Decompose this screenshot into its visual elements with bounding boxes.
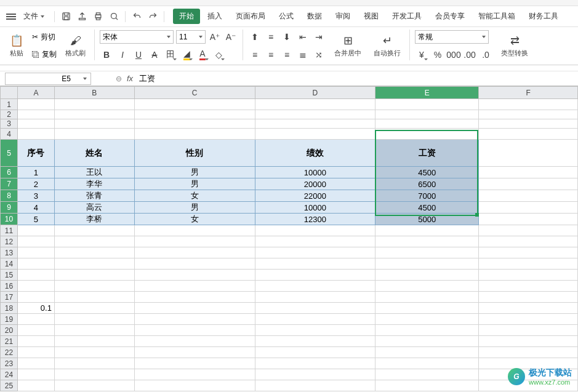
font-size-select[interactable]: 11	[176, 30, 206, 44]
cell[interactable]	[134, 292, 255, 303]
cell[interactable]	[375, 336, 479, 347]
type-convert-button[interactable]: ⇄ 类型转换	[499, 33, 531, 59]
cell[interactable]	[479, 325, 578, 336]
tab-review[interactable]: 审阅	[329, 9, 356, 24]
row-header-1[interactable]: 1	[1, 99, 18, 110]
tab-finance[interactable]: 财务工具	[523, 9, 564, 24]
increase-decimal-button[interactable]: .00	[463, 48, 476, 62]
fx-icon[interactable]: fx	[127, 74, 133, 83]
row-header-5[interactable]: 5	[1, 140, 18, 167]
export-icon[interactable]	[74, 9, 89, 24]
cell[interactable]	[134, 110, 255, 119]
cell[interactable]	[134, 225, 255, 236]
tab-data[interactable]: 数据	[301, 9, 328, 24]
cell[interactable]	[17, 247, 54, 258]
cell[interactable]	[479, 270, 578, 281]
row-header-3[interactable]: 3	[1, 119, 18, 129]
row-header-16[interactable]: 16	[1, 281, 18, 292]
cell[interactable]: 22000	[255, 190, 375, 202]
cell[interactable]	[375, 292, 479, 303]
cell[interactable]	[134, 369, 255, 380]
cell[interactable]	[54, 99, 134, 110]
cell[interactable]	[375, 247, 479, 258]
cell[interactable]	[375, 303, 479, 314]
redo-icon[interactable]	[145, 9, 160, 24]
cell[interactable]: 李华	[54, 178, 134, 190]
highlight-button[interactable]: ◇	[212, 48, 225, 62]
tab-insert[interactable]: 插入	[201, 9, 228, 24]
align-left-icon[interactable]: ≡	[248, 48, 262, 62]
cell[interactable]	[17, 325, 54, 336]
row-header-17[interactable]: 17	[1, 292, 18, 303]
cell[interactable]: 男	[134, 202, 255, 214]
cell[interactable]	[255, 358, 375, 369]
cell[interactable]	[54, 380, 134, 391]
align-right-icon[interactable]: ≡	[280, 48, 294, 62]
cell[interactable]	[134, 129, 255, 140]
cell[interactable]	[375, 358, 479, 369]
row-header-11[interactable]: 11	[1, 225, 18, 236]
cell[interactable]: 6500	[375, 178, 479, 190]
menu-hamburger-icon[interactable]	[4, 9, 18, 24]
cell[interactable]	[134, 325, 255, 336]
row-header-12[interactable]: 12	[1, 236, 18, 247]
cell[interactable]	[375, 119, 479, 129]
cell[interactable]	[17, 119, 54, 129]
cell[interactable]	[54, 236, 134, 247]
cell[interactable]	[255, 325, 375, 336]
cell-reference-input[interactable]	[9, 74, 71, 83]
row-header-15[interactable]: 15	[1, 270, 18, 281]
row-header-22[interactable]: 22	[1, 347, 18, 358]
cell[interactable]: 5	[17, 214, 54, 225]
column-header-D[interactable]: D	[255, 87, 375, 99]
cell[interactable]	[479, 214, 578, 225]
cell[interactable]	[375, 369, 479, 380]
cell[interactable]	[54, 225, 134, 236]
cut-button[interactable]: ✂剪切	[32, 32, 57, 42]
align-justify-icon[interactable]: ≣	[296, 48, 310, 62]
cell[interactable]	[54, 369, 134, 380]
cell[interactable]	[255, 110, 375, 119]
italic-button[interactable]: I	[116, 48, 129, 62]
cell[interactable]	[134, 270, 255, 281]
cell[interactable]: 工资	[375, 140, 479, 167]
comma-style-button[interactable]: 000	[447, 48, 460, 62]
cell[interactable]	[134, 281, 255, 292]
wrap-text-button[interactable]: ↵ 自动换行	[371, 33, 403, 59]
cell[interactable]	[134, 258, 255, 270]
align-bottom-icon[interactable]: ⬇	[280, 30, 294, 44]
increase-font-icon[interactable]: A⁺	[208, 30, 222, 44]
cell[interactable]	[54, 325, 134, 336]
row-header-4[interactable]: 4	[1, 129, 18, 140]
cell[interactable]	[255, 292, 375, 303]
cell[interactable]	[17, 336, 54, 347]
format-painter-button[interactable]: 🖌 格式刷	[63, 33, 88, 59]
cell[interactable]	[375, 314, 479, 325]
cell[interactable]	[479, 336, 578, 347]
tab-developer[interactable]: 开发工具	[386, 9, 428, 24]
copy-button[interactable]: ⿻复制	[32, 49, 57, 60]
text-orientation-icon[interactable]: ⤭	[312, 48, 326, 62]
cell[interactable]	[54, 119, 134, 129]
currency-button[interactable]: ¥	[415, 48, 428, 62]
cell[interactable]	[134, 119, 255, 129]
cell[interactable]	[54, 258, 134, 270]
cell[interactable]	[17, 281, 54, 292]
undo-icon[interactable]	[129, 9, 144, 24]
cell[interactable]: 王以	[54, 167, 134, 178]
cell[interactable]	[54, 358, 134, 369]
cell[interactable]	[255, 281, 375, 292]
zoom-out-icon[interactable]: ⊖	[116, 74, 122, 83]
cell[interactable]	[479, 110, 578, 119]
tab-view[interactable]: 视图	[358, 9, 385, 24]
row-header-23[interactable]: 23	[1, 358, 18, 369]
decrease-font-icon[interactable]: A⁻	[224, 30, 238, 44]
cell[interactable]	[479, 129, 578, 140]
paste-button[interactable]: 📋 粘贴	[7, 33, 26, 59]
cell[interactable]: 张青	[54, 190, 134, 202]
row-header-19[interactable]: 19	[1, 314, 18, 325]
cell[interactable]	[479, 202, 578, 214]
cell[interactable]	[134, 236, 255, 247]
cell[interactable]	[375, 225, 479, 236]
cell[interactable]: 女	[134, 214, 255, 225]
